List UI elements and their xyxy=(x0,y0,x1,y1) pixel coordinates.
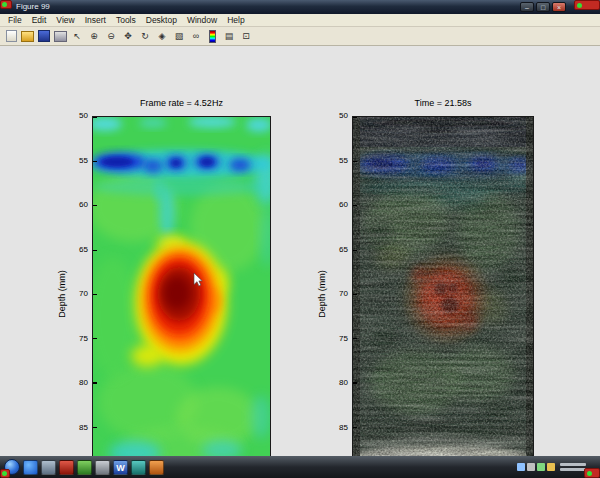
zoom-in-icon[interactable]: ⊕ xyxy=(86,29,102,44)
menu-item[interactable]: Help xyxy=(222,14,249,27)
print-figure-icon[interactable] xyxy=(54,31,67,42)
window-controls: –□× xyxy=(520,2,566,12)
figure-toolbar: ↖⊕⊖✥↻◈▧∞▤⊡ xyxy=(0,27,600,46)
right-y-axis-label: Depth (mm) xyxy=(317,264,327,324)
y-tick-label: 85 xyxy=(339,423,348,432)
y-tick-label: 75 xyxy=(339,334,348,343)
right-y-tick-labels: 505560657075808590 xyxy=(330,111,348,476)
shallow-blue-band xyxy=(93,150,270,196)
left-y-axis-label: Depth (mm) xyxy=(57,264,67,324)
y-tick-label: 70 xyxy=(339,289,348,298)
speckle-noise xyxy=(353,117,533,471)
tray-icons xyxy=(517,463,555,471)
y-tick-label: 80 xyxy=(79,378,88,387)
figure-canvas: Frame rate = 4.52Hz Time = 21.58s Depth … xyxy=(0,46,600,456)
window-title: Figure 99 xyxy=(16,0,516,14)
tray-icon-1[interactable] xyxy=(517,463,525,471)
left-plot-y-ticks xyxy=(93,117,97,471)
tray-icon-4[interactable] xyxy=(547,463,555,471)
y-tick-label: 55 xyxy=(79,156,88,165)
y-tick-label: 80 xyxy=(339,378,348,387)
y-tick-label: 55 xyxy=(339,156,348,165)
y-tick-label: 65 xyxy=(339,245,348,254)
y-tick-label: 50 xyxy=(79,111,88,120)
tray-icon-2[interactable] xyxy=(527,463,535,471)
recording-marker-top-left xyxy=(0,0,12,9)
recording-marker-bottom-left xyxy=(0,469,10,478)
legend-icon[interactable]: ▤ xyxy=(221,29,237,44)
edit-plot-icon[interactable]: ↖ xyxy=(69,29,85,44)
app-orange-icon[interactable] xyxy=(149,460,164,475)
y-tick-label: 65 xyxy=(79,245,88,254)
tray-icon-3[interactable] xyxy=(537,463,545,471)
app-gray-icon[interactable] xyxy=(95,460,110,475)
rotate-3d-icon[interactable]: ↻ xyxy=(137,29,153,44)
colorbar-icon[interactable] xyxy=(209,30,216,43)
desktop-screen: Figure 99 –□× FileEditViewInsertToolsDes… xyxy=(0,0,600,478)
internet-browser-icon[interactable] xyxy=(23,460,38,475)
data-cursor-icon[interactable]: ◈ xyxy=(154,29,170,44)
recording-dot-icon xyxy=(2,2,7,7)
adobe-reader-icon[interactable] xyxy=(59,460,74,475)
menu-item[interactable]: View xyxy=(51,14,79,27)
save-figure-icon[interactable] xyxy=(38,30,50,42)
app-green-icon[interactable] xyxy=(77,460,92,475)
y-tick-label: 85 xyxy=(79,423,88,432)
file-explorer-icon[interactable] xyxy=(41,460,56,475)
zoom-out-icon[interactable]: ⊖ xyxy=(103,29,119,44)
menu-bar: FileEditViewInsertToolsDesktopWindowHelp xyxy=(0,14,600,27)
brush-icon[interactable]: ▧ xyxy=(171,29,187,44)
clock-area xyxy=(560,463,586,471)
dock-figure-icon[interactable]: ⊡ xyxy=(238,29,254,44)
recording-dot-icon xyxy=(587,471,592,476)
recording-dot-icon xyxy=(2,471,7,476)
minimize-button[interactable]: – xyxy=(520,2,534,12)
right-plot-y-ticks xyxy=(353,117,357,471)
link-plot-icon[interactable]: ∞ xyxy=(188,29,204,44)
menu-item[interactable]: Insert xyxy=(80,14,111,27)
open-file-icon[interactable] xyxy=(21,31,34,42)
y-tick-label: 60 xyxy=(79,200,88,209)
taskbar-apps: W xyxy=(23,460,164,475)
right-plot-title: Time = 21.58s xyxy=(352,98,534,109)
menu-item[interactable]: Window xyxy=(182,14,222,27)
pan-icon[interactable]: ✥ xyxy=(120,29,136,44)
y-tick-label: 75 xyxy=(79,334,88,343)
window-titlebar: Figure 99 –□× xyxy=(0,0,600,14)
taskbar: W xyxy=(0,456,600,478)
recording-marker-bottom-right xyxy=(584,468,600,478)
y-tick-label: 60 xyxy=(339,200,348,209)
word-icon[interactable]: W xyxy=(113,460,128,475)
new-figure-icon[interactable] xyxy=(6,30,17,42)
menu-item[interactable]: Tools xyxy=(111,14,141,27)
app-teal-icon[interactable] xyxy=(131,460,146,475)
close-button[interactable]: × xyxy=(552,2,566,12)
menu-item[interactable]: Edit xyxy=(27,14,52,27)
bmode-overlay-image xyxy=(353,117,533,471)
elasticity-map-image xyxy=(93,117,270,471)
recording-dot-icon xyxy=(577,3,582,8)
left-plot-title: Frame rate = 4.52Hz xyxy=(92,98,271,109)
system-tray xyxy=(517,463,586,471)
y-tick-label: 70 xyxy=(79,289,88,298)
maximize-button[interactable]: □ xyxy=(536,2,550,12)
recording-marker-top-right xyxy=(574,0,600,10)
right-plot-canvas[interactable] xyxy=(352,116,534,472)
left-y-tick-labels: 505560657075808590 xyxy=(70,111,88,476)
y-tick-label: 50 xyxy=(339,111,348,120)
menu-item[interactable]: File xyxy=(3,14,27,27)
left-plot-canvas[interactable] xyxy=(92,116,271,472)
menu-item[interactable]: Desktop xyxy=(141,14,182,27)
